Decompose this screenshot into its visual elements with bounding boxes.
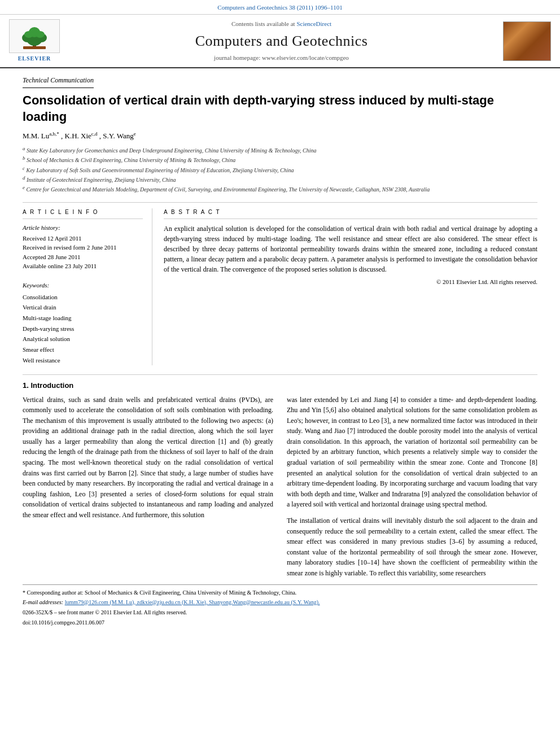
svg-rect-7 <box>23 46 46 49</box>
section-1: 1. Introduction Vertical drains, such as… <box>23 381 537 578</box>
journal-url: journal homepage: www.elsevier.com/locat… <box>71 54 492 62</box>
body-col-right: was later extended by Lei and Jiang [4] … <box>287 395 537 579</box>
journal-title: Computers and Geotechnics <box>71 31 492 51</box>
available-date: Available online 23 July 2011 <box>23 261 143 271</box>
elsevier-tree-icon <box>12 22 57 50</box>
accepted-date: Accepted 28 June 2011 <box>23 252 143 262</box>
body-col-left: Vertical drains, such as sand drain well… <box>23 395 273 579</box>
journal-citation: Computers and Geotechnics 38 (2011) 1096… <box>217 4 342 11</box>
svg-point-6 <box>36 31 45 38</box>
article-info-col: A R T I C L E I N F O Article history: R… <box>23 208 152 366</box>
keyword-6: Smear effect <box>23 344 143 355</box>
affiliation-b: b School of Mechanics & Civil Engineerin… <box>23 155 537 164</box>
sciencedirect-link[interactable]: ScienceDirect <box>296 20 331 27</box>
keywords-list: Consolidation Vertical drain Multi-stage… <box>23 292 143 366</box>
affiliation-d: d Institute of Geotechnical Engineering,… <box>23 174 537 184</box>
journal-thumbnail <box>503 21 551 61</box>
journal-center: Contents lists available at ScienceDirec… <box>71 20 492 62</box>
corresponding-author-note: * Corresponding author at: School of Mec… <box>23 588 537 597</box>
email-line: E-mail addresses: lumm79@126.com (M.M. L… <box>23 598 537 606</box>
keyword-2: Vertical drain <box>23 302 143 313</box>
author1-sup: a,b,* <box>49 131 59 137</box>
svg-point-5 <box>24 31 33 38</box>
author3-name: , S.Y. Wang <box>99 132 134 141</box>
affiliation-c: c Key Laboratory of Soft Soils and Geoen… <box>23 165 537 174</box>
author2-sup: c,d <box>91 131 98 137</box>
article-history-heading: Article history: <box>23 224 143 232</box>
received-date: Received 12 April 2011 <box>23 234 143 243</box>
keyword-4: Depth-varying stress <box>23 324 143 334</box>
sciencedirect-line: Contents lists available at ScienceDirec… <box>71 20 492 28</box>
article-info-abstract: A R T I C L E I N F O Article history: R… <box>23 208 537 366</box>
article-info-heading: A R T I C L E I N F O <box>23 208 143 219</box>
keyword-7: Well resistance <box>23 355 143 366</box>
keywords-heading: Keywords: <box>23 281 143 290</box>
body-para-right-1: was later extended by Lei and Jiang [4] … <box>287 395 537 510</box>
body-para-right-2: The installation of vertical drains will… <box>287 516 537 579</box>
elsevier-logo: ELSEVIER <box>9 19 60 63</box>
abstract-col: A B S T R A C T An explicit analytical s… <box>164 208 537 366</box>
body-two-col: Vertical drains, such as sand drain well… <box>23 395 537 579</box>
keyword-3: Multi-stage loading <box>23 313 143 324</box>
author3-sup: e <box>134 131 136 137</box>
divider-1 <box>23 202 537 203</box>
copyright-line: © 2011 Elsevier Ltd. All rights reserved… <box>164 278 537 286</box>
divider-2 <box>23 374 537 375</box>
affiliations: a State Key Laboratory for Geomechanics … <box>23 145 537 194</box>
keyword-1: Consolidation <box>23 292 143 303</box>
email-addresses[interactable]: lumm79@126.com (M.M. Lu), zdkxie@zju.edu… <box>65 599 320 605</box>
elsevier-wordmark: ELSEVIER <box>18 55 51 63</box>
top-bar: Computers and Geotechnics 38 (2011) 1096… <box>0 0 560 15</box>
affiliation-e: e Centre for Geotechnical and Materials … <box>23 184 537 194</box>
section-1-title: 1. Introduction <box>23 381 537 391</box>
author1-name: M.M. Lu <box>23 132 49 141</box>
issn-line: 0266-352X/$ – see front matter © 2011 El… <box>23 609 537 617</box>
doi-line: doi:10.1016/j.compgeo.2011.06.007 <box>23 619 537 627</box>
email-label: E-mail addresses: <box>23 599 63 605</box>
article-footer: * Corresponding author at: School of Mec… <box>23 584 537 627</box>
main-content: Technical Communication Consolidation of… <box>0 68 560 633</box>
abstract-heading: A B S T R A C T <box>164 208 537 219</box>
author2-name: , K.H. Xie <box>61 132 91 141</box>
journal-header: ELSEVIER Contents lists available at Sci… <box>0 15 560 68</box>
article-title: Consolidation of vertical drain with dep… <box>23 93 537 125</box>
abstract-text: An explicit analytical solution is devel… <box>164 224 537 274</box>
article-type: Technical Communication <box>23 76 94 88</box>
revised-date: Received in revised form 2 June 2011 <box>23 243 143 252</box>
affiliation-a: a State Key Laboratory for Geomechanics … <box>23 145 537 155</box>
keyword-5: Analytical solution <box>23 334 143 344</box>
elsevier-logo-box <box>9 19 60 53</box>
body-para-left-1: Vertical drains, such as sand drain well… <box>23 395 273 521</box>
authors-line: M.M. Lua,b,* , K.H. Xiec,d , S.Y. Wange <box>23 130 537 142</box>
